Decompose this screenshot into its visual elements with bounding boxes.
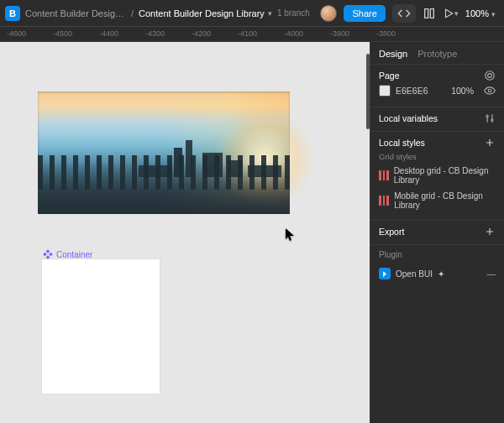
tab-design[interactable]: Design	[379, 49, 407, 59]
export-title: Export	[379, 227, 404, 237]
page-settings-icon[interactable]	[484, 70, 496, 81]
grid-style-label: Mobile grid - CB Design Library	[394, 191, 496, 210]
present-play-icon[interactable]: ▾	[443, 8, 459, 19]
branch-indicator[interactable]: 1 branch	[277, 8, 310, 18]
grid-style-item[interactable]: Mobile grid - CB Design Library	[379, 188, 496, 213]
top-bar: B Content Builder Design Li... / Content…	[0, 0, 504, 27]
section-export: Export	[370, 220, 504, 244]
tab-prototype[interactable]: Prototype	[417, 49, 457, 59]
add-style-plus-icon[interactable]	[484, 137, 496, 149]
workspace: Container Design Prototype Page E6E6E6 1…	[0, 42, 504, 423]
dev-mode-toggle[interactable]	[392, 4, 416, 23]
horizontal-ruler: -4600-4500-4400-4300-4200-4100-4000-3900…	[0, 27, 504, 42]
svg-point-3	[488, 89, 491, 92]
grid-columns-icon	[379, 170, 389, 180]
zoom-level[interactable]: 100% ▾	[465, 8, 496, 18]
ruler-tick: -4000	[284, 29, 303, 38]
ruler-tick: -4500	[53, 29, 72, 38]
svg-point-1	[486, 71, 495, 81]
panel-tabs: Design Prototype	[370, 42, 504, 64]
component-label-text: Container	[56, 250, 92, 259]
breadcrumb-separator: /	[131, 8, 134, 18]
grid-style-label: Desktop grid - CB Design Library	[394, 166, 496, 185]
local-vars-title: Local variables	[379, 113, 438, 123]
canvas[interactable]: Container	[0, 42, 370, 423]
grid-styles-group-label: Grid styles	[379, 152, 496, 161]
sparkle-icon: ✦	[438, 269, 444, 279]
remove-plugin-minus-icon[interactable]: —	[487, 269, 496, 279]
breadcrumb-parent[interactable]: Content Builder Design Li...	[25, 8, 126, 18]
svg-point-5	[491, 119, 493, 121]
plugin-name-label: Open BUI	[396, 269, 433, 279]
visibility-eye-icon[interactable]	[484, 85, 496, 97]
plugin-open-bui[interactable]: ⏵ Open BUI ✦	[379, 264, 444, 283]
ruler-tick: -4300	[145, 29, 165, 38]
section-plugin: Plugin ⏵ Open BUI ✦ —	[370, 244, 504, 290]
add-export-plus-icon[interactable]	[484, 226, 496, 238]
frame-container[interactable]	[42, 259, 160, 394]
library-icon[interactable]	[423, 7, 436, 20]
ruler-tick: -4600	[7, 29, 26, 38]
svg-point-4	[486, 116, 488, 118]
grid-columns-icon	[379, 196, 389, 206]
chevron-down-icon[interactable]: ▾	[268, 9, 272, 18]
breadcrumb-current-label: Content Builder Design Library	[139, 8, 265, 18]
page-background-row[interactable]: E6E6E6 100%	[379, 81, 496, 100]
app-logo[interactable]: B	[5, 6, 20, 21]
page-bg-swatch[interactable]	[379, 85, 391, 97]
page-bg-opacity: 100%	[451, 86, 479, 96]
ruler-tick: -3900	[330, 29, 349, 38]
local-styles-title: Local styles	[379, 138, 425, 148]
grid-style-item[interactable]: Desktop grid - CB Design Library	[379, 163, 496, 188]
topbar-left: B Content Builder Design Li... / Content…	[0, 6, 310, 21]
image-layer-skyline[interactable]	[38, 91, 290, 214]
breadcrumb-current[interactable]: Content Builder Design Library ▾	[139, 8, 272, 18]
section-local-variables: Local variables	[370, 107, 504, 131]
zoom-label: 100%	[465, 8, 489, 18]
topbar-right: Share ▾ 100% ▾	[320, 4, 504, 23]
share-button[interactable]: Share	[344, 5, 385, 22]
ruler-tick: -4200	[192, 29, 211, 38]
section-page: Page E6E6E6 100%	[370, 64, 504, 107]
ruler-tick: -4100	[238, 29, 257, 38]
component-diamond-icon	[42, 248, 54, 260]
svg-point-2	[488, 74, 492, 78]
page-bg-value: E6E6E6	[396, 86, 428, 96]
component-label[interactable]: Container	[42, 248, 92, 260]
svg-marker-0	[445, 9, 452, 17]
section-local-styles: Local styles Grid styles Desktop grid - …	[370, 131, 504, 220]
plugin-section-title: Plugin	[379, 250, 496, 259]
cursor-pointer-icon	[286, 228, 296, 243]
plugin-badge-icon: ⏵	[379, 268, 391, 279]
ruler-tick: -4400	[99, 29, 118, 38]
properties-panel: Design Prototype Page E6E6E6 100% Loca	[370, 42, 504, 423]
page-section-title: Page	[379, 70, 400, 81]
ruler-tick: -3800	[376, 29, 396, 38]
avatar[interactable]	[320, 5, 337, 22]
panel-scrollbar[interactable]	[366, 54, 370, 129]
variables-settings-icon[interactable]	[484, 112, 496, 124]
